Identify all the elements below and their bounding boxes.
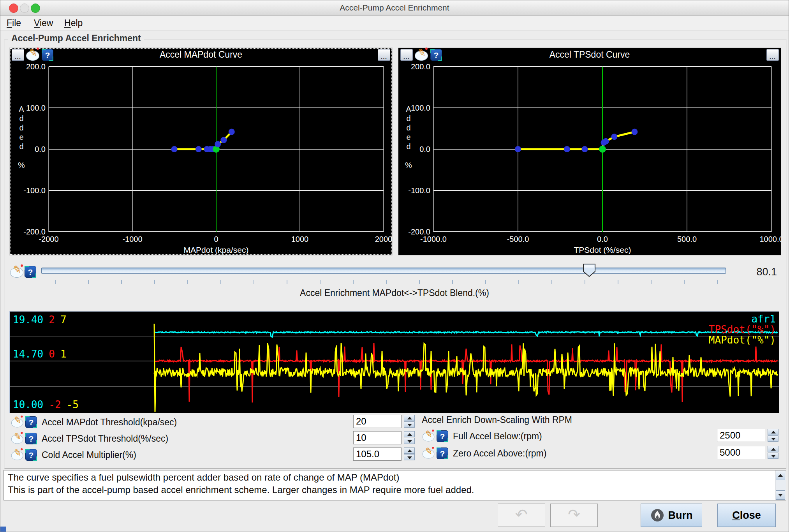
help-icon[interactable]: ? (25, 449, 37, 461)
mapdot-chart-title: Accel MAPdot Curve (10, 49, 392, 60)
svg-text:-1000: -1000 (122, 235, 142, 243)
spin-down-button[interactable] (404, 421, 415, 428)
menu-file[interactable]: File (4, 17, 23, 29)
resize-grip[interactable] (0, 527, 6, 532)
edit-blend-icon[interactable]: ✎ (10, 266, 24, 278)
curve-point[interactable] (515, 146, 521, 152)
curve-point[interactable] (215, 141, 221, 147)
slider-tick (121, 280, 122, 284)
help-icon[interactable]: ? (25, 416, 37, 428)
full-accel-below-label: Full Accel Below:(rpm) (453, 431, 542, 442)
svg-text:0.0: 0.0 (597, 235, 608, 243)
slider-tick (320, 280, 321, 284)
spin-up-button[interactable] (404, 415, 415, 421)
curve-point[interactable] (581, 146, 588, 152)
tpsdot-curve-panel: 200.0100.00.0-100.0-200.0-1000.0-500.00.… (398, 48, 781, 255)
description-scrollbar[interactable] (775, 470, 786, 500)
svg-text:TPSdot (%/sec): TPSdot (%/sec) (574, 245, 631, 254)
svg-text:d: d (406, 123, 410, 132)
telemetry-traces (10, 312, 779, 413)
cold-accel-multiplier-input[interactable] (353, 447, 402, 461)
curve-point[interactable] (220, 137, 227, 143)
legend-mapdot: MAPdot("%") (709, 335, 776, 345)
full-accel-below-input[interactable] (717, 429, 765, 442)
spin-up-button[interactable] (404, 447, 415, 454)
spin-up-button[interactable] (768, 429, 778, 435)
svg-text:2000: 2000 (375, 235, 392, 243)
curve-point[interactable] (195, 146, 202, 152)
telemetry-strip-chart[interactable]: 19.4027 14.7001 10.00-2-5 afr1 TPSdot("%… (9, 311, 779, 413)
slider-tick (154, 280, 155, 284)
blend-value: 80.1 (756, 266, 777, 278)
svg-text:-1000.0: -1000.0 (420, 235, 447, 243)
strip-axis-row-top: 19.4027 (13, 315, 67, 325)
slider-tick (287, 280, 287, 284)
blend-slider-thumb[interactable] (583, 263, 596, 278)
spin-up-button[interactable] (768, 446, 778, 452)
svg-text:d: d (406, 142, 410, 151)
svg-text:100.0: 100.0 (411, 104, 430, 112)
accel-enrichment-window: Accel-Pump Accel Enrichment File View He… (0, 0, 789, 532)
window-title: Accel-Pump Accel Enrichment (0, 3, 789, 12)
mapdot-threshold-input[interactable] (353, 415, 402, 428)
slider-tick (717, 280, 718, 284)
scroll-up-button[interactable] (776, 471, 785, 480)
slider-tick (618, 280, 618, 284)
tpsdot-curve-plot[interactable]: 200.0100.00.0-100.0-200.0-1000.0-500.00.… (398, 48, 781, 255)
curve-origin-point[interactable] (599, 146, 606, 153)
edit-param-icon[interactable]: ✎ (11, 450, 24, 460)
chart-options-button-right[interactable]: ... (378, 49, 390, 61)
spin-down-button[interactable] (768, 435, 778, 442)
curve-point[interactable] (229, 129, 235, 135)
edit-param-icon[interactable]: ✎ (423, 431, 435, 442)
scroll-down-button[interactable] (776, 490, 785, 500)
undo-button[interactable]: ↶ (498, 504, 545, 527)
flame-icon (650, 508, 664, 522)
slider-tick (187, 280, 188, 284)
tpsdot-mid: 0 (49, 348, 55, 360)
help-icon[interactable]: ? (25, 433, 37, 444)
curve-point[interactable] (631, 129, 638, 135)
cold-accel-multiplier-label: Cold Accel Multiplier(%) (42, 450, 136, 460)
svg-text:0: 0 (214, 235, 218, 243)
help-icon[interactable]: ? (437, 447, 448, 459)
slider-tick (684, 280, 685, 284)
burn-button[interactable]: Burn (641, 504, 702, 527)
burn-label: Burn (668, 509, 693, 521)
edit-param-icon[interactable]: ✎ (11, 417, 24, 428)
blend-slider-track[interactable] (41, 268, 726, 274)
curve-point[interactable] (171, 146, 178, 152)
afr1-mid: 14.70 (13, 348, 43, 360)
edit-param-icon[interactable]: ✎ (11, 433, 24, 444)
spin-down-button[interactable] (404, 438, 415, 444)
tpsdot-threshold-input[interactable] (353, 431, 402, 444)
mapdot-curve-plot[interactable]: 200.0100.00.0-100.0-200.0-2000-100001000… (10, 48, 392, 255)
curve-point[interactable] (611, 134, 617, 140)
spin-up-button[interactable] (404, 431, 415, 437)
svg-text:d: d (19, 142, 23, 151)
tpsdot-threshold-label: Accel TPSdot Threshold(%/sec) (42, 433, 168, 444)
svg-text:e: e (19, 133, 23, 141)
tpsdot-min: -2 (49, 399, 61, 410)
curve-point[interactable] (603, 138, 609, 144)
full-accel-below-spinner (717, 429, 778, 442)
slider-tick (485, 280, 486, 284)
curve-point[interactable] (564, 146, 570, 152)
spin-down-button[interactable] (404, 454, 415, 460)
help-icon[interactable]: ? (437, 430, 448, 442)
chart-options-button-right[interactable]: ... (766, 49, 779, 61)
slider-tick (518, 280, 519, 284)
close-button[interactable]: Close (717, 504, 776, 527)
tpsdot-chart-title: Accel TPSdot Curve (398, 49, 781, 60)
menu-help[interactable]: Help (62, 17, 85, 29)
spark-icon (21, 264, 23, 267)
mapdot-min: -5 (67, 399, 79, 410)
menu-view[interactable]: View (32, 17, 55, 29)
redo-button[interactable]: ↷ (550, 504, 598, 527)
help-icon[interactable]: ? (25, 266, 36, 278)
spin-down-button[interactable] (768, 453, 778, 459)
strip-axis-row-mid: 14.7001 (13, 349, 67, 359)
svg-text:%: % (18, 161, 25, 169)
zero-accel-above-input[interactable] (717, 446, 765, 459)
edit-param-icon[interactable]: ✎ (423, 448, 435, 459)
